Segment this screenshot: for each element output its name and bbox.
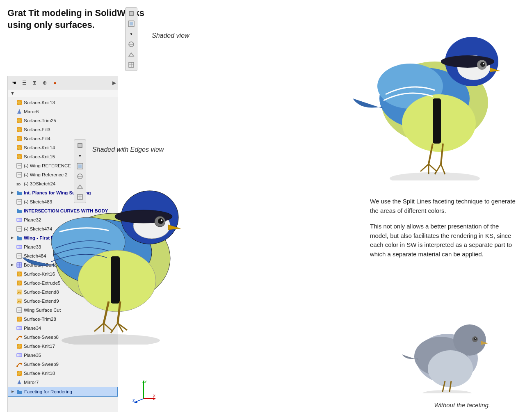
- svg-point-92: [390, 172, 480, 180]
- item-label: Surface-Trim25: [24, 117, 115, 124]
- svg-rect-12: [17, 192, 22, 195]
- item-icon-sweep: [16, 361, 23, 368]
- view-toolbar-top: ▼: [125, 7, 137, 71]
- item-label: Surface-Knit15: [24, 153, 115, 160]
- svg-text:3D: 3D: [16, 183, 21, 186]
- item-label: Mirror6: [24, 108, 115, 115]
- description-text-1: We use the Split Lines faceting techniqu…: [370, 197, 518, 215]
- svg-line-87: [420, 164, 429, 171]
- filter-icon: ▼: [10, 91, 15, 96]
- tree-item[interactable]: Plane35: [8, 351, 118, 360]
- svg-point-124: [422, 390, 472, 393]
- svg-rect-22: [17, 237, 22, 240]
- item-icon-sketch: [16, 253, 23, 259]
- view-btn-3[interactable]: [126, 39, 136, 49]
- expand-arrow: ▶: [11, 388, 16, 395]
- item-label: Surface-Sweep9: [24, 361, 115, 368]
- title-area: Grat Tit modeling in SolidWorks using on…: [7, 7, 163, 31]
- description-area: We use the Split Lines faceting techniqu…: [370, 197, 518, 265]
- view-btn-4[interactable]: [126, 50, 136, 59]
- item-icon-extend: [16, 298, 23, 304]
- svg-rect-84: [433, 98, 441, 144]
- svg-point-43: [16, 338, 18, 340]
- svg-point-119: [475, 338, 476, 339]
- item-icon-mirror: [16, 379, 23, 386]
- item-label: Faceting for Rendering: [24, 388, 115, 395]
- item-icon-surface: [16, 135, 23, 142]
- description-text-2: This not only allows a better presentati…: [370, 222, 518, 259]
- hand-tool-button[interactable]: ☚: [9, 78, 18, 87]
- svg-rect-56: [130, 12, 133, 15]
- tree-item[interactable]: Surface-Trim25: [8, 116, 118, 125]
- svg-text:Y: Y: [144, 380, 147, 384]
- tree-item[interactable]: Surface-Knit18: [8, 369, 118, 378]
- tree-item[interactable]: Surface-Sweep9: [8, 360, 118, 369]
- item-icon-surface: [16, 117, 23, 124]
- tree-item[interactable]: Surface-Fill4: [8, 134, 118, 143]
- color-button[interactable]: ●: [50, 78, 59, 87]
- tree-item[interactable]: Mirror7: [8, 378, 118, 387]
- bird-shaded-edges-view: [23, 160, 195, 345]
- view-btn-2[interactable]: [126, 19, 136, 29]
- item-icon-sketch: [16, 199, 23, 205]
- item-label: Surface-Fill4: [24, 135, 115, 142]
- item-icon-surface: [16, 271, 23, 277]
- svg-line-109: [104, 323, 113, 331]
- item-icon-surface: [16, 370, 23, 377]
- item-icon-plane: [16, 325, 23, 331]
- bird-without-faceting: [402, 311, 492, 393]
- tree-item[interactable]: Surface-Knit13: [8, 98, 118, 107]
- target-button[interactable]: ⊕: [40, 78, 49, 87]
- shaded-edges-label: Shaded with Edges view: [92, 146, 164, 153]
- svg-point-81: [483, 63, 484, 64]
- expand-arrow: ▶: [11, 261, 16, 269]
- svg-rect-54: [17, 391, 22, 394]
- view-btn-1[interactable]: [126, 9, 136, 18]
- svg-point-100: [158, 218, 164, 224]
- tree-item[interactable]: ▶Faceting for Rendering: [8, 387, 118, 397]
- svg-line-89: [429, 164, 437, 171]
- view-btn2-1[interactable]: [75, 141, 85, 151]
- svg-point-50: [16, 365, 18, 367]
- svg-point-101: [161, 219, 162, 221]
- tree-item[interactable]: Mirror6: [8, 107, 118, 116]
- item-icon-surface: [16, 280, 23, 286]
- item-icon-plane: [16, 217, 23, 223]
- item-icon-plane: [16, 352, 23, 358]
- svg-text:X: X: [153, 394, 155, 398]
- view-btn2-dropdown[interactable]: ▼: [75, 151, 85, 161]
- item-icon-sweep: [16, 334, 23, 340]
- item-icon-folder: [16, 189, 23, 196]
- expand-arrow: ▶: [11, 234, 16, 242]
- filter-row: ▼: [8, 89, 118, 97]
- item-icon-surface: [16, 144, 23, 151]
- svg-text:Z: Z: [132, 398, 135, 402]
- item-label: Plane35: [24, 352, 115, 359]
- item-icon-sketch: [16, 307, 23, 313]
- item-icon-mirror: [16, 108, 23, 115]
- item-icon-sketch: [16, 162, 23, 169]
- view-btn-dropdown[interactable]: ▼: [126, 29, 136, 39]
- sidebar-toolbar: ☚ ☰ ⊞ ⊕ ● ▶: [8, 76, 118, 89]
- page-title: Grat Tit modeling in SolidWorks using on…: [7, 7, 163, 31]
- item-icon-sketch: [16, 226, 23, 232]
- item-label: Surface-Knit18: [24, 370, 115, 377]
- svg-point-51: [21, 363, 22, 365]
- item-icon-sketch: [16, 171, 23, 178]
- item-icon-boundary: [16, 262, 23, 268]
- svg-point-118: [474, 338, 477, 340]
- svg-rect-15: [17, 210, 22, 213]
- item-icon-surface: [16, 316, 23, 322]
- svg-point-80: [480, 62, 485, 67]
- view-btn-5[interactable]: [126, 60, 136, 70]
- svg-line-110: [111, 323, 118, 333]
- svg-point-44: [21, 336, 22, 338]
- tree-item[interactable]: Surface-Fill3: [8, 125, 118, 134]
- list-view-button[interactable]: ☰: [20, 78, 29, 87]
- toolbar-more-arrow[interactable]: ▶: [112, 80, 116, 86]
- filter-button[interactable]: ⊞: [30, 78, 39, 87]
- coordinate-axes: Y X Z: [131, 378, 156, 403]
- item-icon-surface: [16, 126, 23, 133]
- item-icon-folder: [16, 208, 23, 214]
- item-icon-surface: [16, 99, 23, 106]
